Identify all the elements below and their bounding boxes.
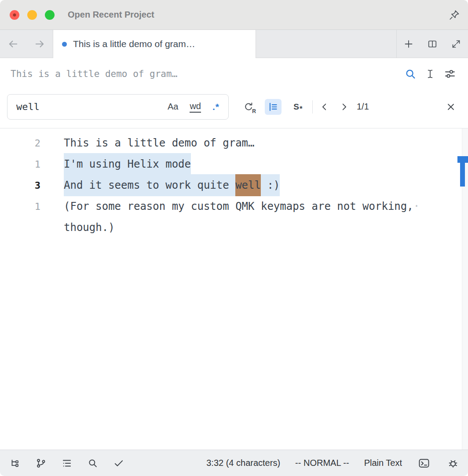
match-counter: 1/1 [357,102,369,112]
regex-button[interactable]: .* [212,102,219,112]
search-panel-button[interactable] [86,456,100,470]
buffer-search-button[interactable] [404,67,417,81]
split-pane-icon [427,39,438,49]
selected-lines-icon [267,101,279,113]
plus-icon [403,39,414,49]
close-icon [446,102,456,112]
toggle-replace-button[interactable]: R [240,99,257,115]
match-case-button[interactable]: Aa [168,102,178,112]
editor-line[interactable]: 2This is a little demo of gram… [0,132,468,154]
modified-dot [13,13,16,16]
line-text: I'm using Helix mode [64,158,191,170]
pane-actions [396,30,468,58]
project-panel-button[interactable] [8,456,22,470]
git-branch-icon [35,458,47,469]
divider [312,100,313,114]
replace-letter: R [252,108,256,114]
line-number: 1 [0,159,40,170]
unsaved-indicator-dot [62,42,67,47]
editor-line[interactable]: 1(For some reason my custom QMK keymaps … [0,196,468,217]
tab-active[interactable]: This is a little demo of gram… [53,30,256,58]
status-left-icons [8,456,126,470]
line-text: This is a little demo of gram… [64,137,254,149]
line-number: 1 [0,201,40,212]
match-navigation [317,99,351,114]
whole-word-button[interactable]: wd [190,101,201,113]
line-text: though.) [64,221,115,234]
editor-line[interactable]: 1I'm using Helix mode [0,154,468,175]
window-title: Open Recent Project [68,10,154,20]
split-pane-button[interactable] [420,30,444,58]
toolbar: This is a little demo of gram… [0,58,468,128]
chevron-left-icon [320,102,329,112]
editor[interactable]: 2This is a little demo of gram…1I'm usin… [0,128,468,450]
next-match-button[interactable] [336,99,351,114]
git-panel-button[interactable] [34,456,48,470]
line-text: And it seems to work quite well :) [64,179,280,191]
vim-mode-indicator: -- NORMAL -- [295,458,349,468]
tab-label: This is a little demo of gram… [73,39,195,49]
maximize-button[interactable] [45,10,55,20]
editor-lines: 2This is a little demo of gram…1I'm usin… [0,128,468,238]
terminal-icon [418,457,430,469]
selection-letter: S [293,102,299,112]
zoom-pane-button[interactable] [444,30,468,58]
title-bar[interactable]: Open Recent Project [0,0,468,30]
diagnostics-button[interactable] [112,456,126,470]
new-tab-button[interactable] [397,30,420,58]
outline-icon [61,458,73,469]
pin-icon [449,9,460,21]
asterisk-icon: * [300,105,303,114]
line-number: 2 [0,138,40,149]
minimize-button[interactable] [27,10,37,20]
search-bar: well Aa wd .* R [0,90,468,128]
editor-line[interactable]: though.) [0,217,468,238]
prev-match-button[interactable] [317,99,332,114]
history-nav [0,30,53,58]
cursor-position[interactable]: 3:32 (4 characters) [206,458,280,468]
arrow-left-icon [7,38,19,50]
search-icon [404,68,417,80]
tab-bar: This is a little demo of gram… [0,30,468,58]
expand-icon [451,39,461,49]
close-search-button[interactable] [443,99,458,114]
pin-button[interactable] [446,7,463,23]
status-bar: 3:32 (4 characters) -- NORMAL -- Plain T… [0,450,468,476]
scrollbar-selection-marker [460,156,465,187]
nav-back-button[interactable] [0,30,26,58]
line-number: 3 [0,180,40,191]
search-query[interactable]: well [16,101,168,112]
editor-controls-button[interactable] [443,67,457,81]
line-text: (For some reason my custom QMK keymaps a… [64,200,420,212]
breadcrumb[interactable]: This is a little demo of gram… [11,69,177,79]
editor-line[interactable]: 3And it seems to work quite well :) [0,175,468,196]
outline-panel-button[interactable] [60,456,74,470]
toolbar-icons [404,67,457,81]
breadcrumb-row: This is a little demo of gram… [0,58,468,90]
magnifier-icon [87,458,99,469]
search-options: R S* [240,99,306,115]
chevron-right-icon [339,102,349,112]
check-icon [113,458,124,469]
match-selection-button[interactable]: S* [289,99,306,115]
close-button[interactable] [10,10,19,20]
inline-assist-button[interactable] [424,67,437,81]
nav-forward-button[interactable] [26,30,53,58]
bug-icon [447,457,459,469]
text-cursor-icon [424,68,436,80]
debug-button[interactable] [446,456,460,470]
file-tree-icon [9,458,21,469]
search-inline-options: Aa wd .* [168,101,219,113]
sliders-icon [444,68,456,80]
status-right: 3:32 (4 characters) -- NORMAL -- Plain T… [206,456,460,470]
search-input[interactable]: well Aa wd .* [7,94,229,120]
traffic-lights [0,10,55,20]
arrow-right-icon [34,38,45,50]
selection-search-button[interactable] [265,99,282,115]
editor-window: Open Recent Project [0,0,468,476]
terminal-button[interactable] [417,456,431,470]
language-selector[interactable]: Plain Text [364,458,402,468]
